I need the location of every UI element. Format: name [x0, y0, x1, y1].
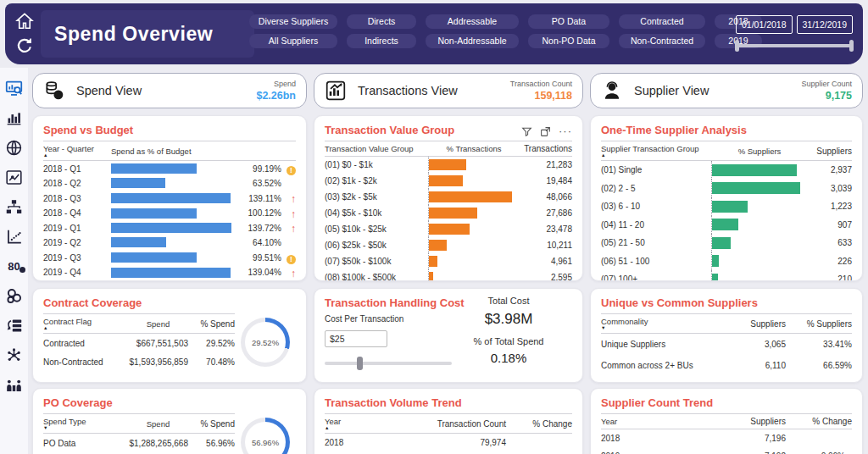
nav-line-chart-icon[interactable]	[5, 169, 23, 186]
column-header[interactable]: % Transactions	[428, 144, 520, 153]
focus-mode-icon[interactable]	[540, 126, 551, 137]
table-row[interactable]: (04) $5k - $10k27,686	[325, 205, 572, 221]
column-header[interactable]: Spend Type	[43, 417, 128, 430]
pct-total-spend-value: 0.18%	[450, 351, 567, 365]
kpi-spend-view[interactable]: $ Spend View Spend $2.26bn	[32, 73, 307, 108]
filter-diverse-suppliers[interactable]: Diverse Suppliers	[249, 14, 337, 29]
filter-addressable[interactable]: Addressable	[426, 14, 519, 29]
table-row[interactable]: Common across 2+ BUs6,11066.59%	[601, 355, 852, 376]
table-row[interactable]: 20197,192-0.06%	[601, 447, 852, 454]
table-row[interactable]: (01) $0 - $1k21,283	[325, 157, 572, 173]
kpi-transactions-view[interactable]: Transactions View Transaction Count 159,…	[314, 73, 583, 108]
table-row[interactable]: 2018 - Q199.19%	[43, 161, 296, 176]
slider-handle-left[interactable]	[735, 40, 739, 52]
nav-dashboard-search-icon[interactable]	[5, 80, 23, 97]
table-row[interactable]: (01) Single2,937	[601, 161, 852, 180]
table-row[interactable]: (05) $10k - $25k23,478	[325, 221, 572, 237]
filter-po-data[interactable]: PO Data	[528, 14, 609, 29]
column-header[interactable]: % Suppliers	[711, 147, 808, 156]
nav-globe-icon[interactable]	[5, 139, 23, 157]
kpi-status-icon	[291, 206, 296, 221]
table-row[interactable]: 2019 - Q4139.04%	[43, 265, 296, 280]
column-header[interactable]: Transaction Count	[411, 419, 506, 429]
column-header[interactable]: % Spend	[188, 319, 235, 329]
column-header[interactable]: Supplier Transaction Group	[601, 144, 711, 158]
table-row[interactable]: 2018 - Q263.52%	[43, 176, 296, 191]
column-header[interactable]: Year	[325, 417, 411, 430]
column-header[interactable]: Spend	[128, 319, 188, 329]
cost-slider[interactable]	[325, 362, 452, 365]
page-nav-sidebar: 80	[0, 68, 28, 454]
bar	[111, 193, 231, 203]
column-header[interactable]: Transaction Value Group	[325, 144, 428, 153]
table-row[interactable]: (02) $1k - $2k19,484	[325, 173, 572, 189]
filter-bar: Diverse Suppliers All Suppliers Directs …	[249, 14, 762, 48]
filter-all-suppliers[interactable]: All Suppliers	[249, 34, 337, 48]
table-row[interactable]: (03) $2k - $5k48,066	[325, 189, 572, 205]
column-header[interactable]: Commonality	[601, 317, 725, 330]
column-header[interactable]: % Change	[786, 417, 852, 426]
nav-hierarchy-icon[interactable]	[5, 198, 23, 216]
filter-directs[interactable]: Directs	[347, 14, 416, 29]
table-row[interactable]: Contracted$667,551,50329.52%	[43, 334, 235, 352]
filter-indirects[interactable]: Indirects	[347, 34, 416, 48]
column-header[interactable]: Spend as % of Budget	[111, 147, 296, 156]
nav-network-icon[interactable]	[5, 346, 23, 364]
table-row[interactable]: 2019 - Q1139.72%	[43, 220, 296, 235]
slider-handle-right[interactable]	[849, 40, 854, 52]
column-header[interactable]: % Spend	[188, 419, 235, 429]
nav-scatter-plot-icon[interactable]	[5, 228, 23, 246]
date-to-input[interactable]: 31/12/2019	[797, 15, 854, 34]
more-options-icon[interactable]: ···	[559, 127, 572, 136]
home-button[interactable]	[15, 12, 34, 30]
date-from-input[interactable]: 01/01/2018	[736, 15, 793, 34]
column-header[interactable]: Suppliers	[708, 417, 786, 426]
table-row[interactable]: (07) 100+210	[601, 270, 852, 281]
bar	[111, 178, 165, 188]
date-range-slider[interactable]	[736, 44, 853, 47]
filter-non-addressable[interactable]: Non-Addressable	[426, 34, 519, 48]
column-header[interactable]: Year	[601, 417, 708, 426]
column-header[interactable]: Year - Quarter	[43, 144, 111, 158]
table-row[interactable]: 201879,974	[325, 434, 572, 451]
bar	[429, 208, 477, 219]
nav-process-flow-icon[interactable]	[5, 317, 23, 335]
table-row[interactable]: (06) 51 - 100226	[601, 252, 852, 271]
cost-per-transaction-input[interactable]	[325, 330, 387, 347]
column-header[interactable]: Spend	[128, 419, 188, 429]
column-header[interactable]: % Suppliers	[786, 319, 852, 329]
column-header[interactable]: Suppliers	[808, 147, 852, 156]
trend-icon	[847, 449, 852, 454]
card-title: Unique vs Common Suppliers	[601, 296, 852, 309]
filter-contracted[interactable]: Contracted	[619, 14, 705, 29]
filter-non-po-data[interactable]: Non-PO Data	[528, 34, 609, 48]
filter-icon[interactable]	[521, 126, 532, 137]
kpi-supplier-view[interactable]: Supplier View Supplier Count 9,175	[590, 73, 863, 108]
table-row[interactable]: PO Data$1,288,265,66856.96%	[43, 434, 235, 452]
slider-handle[interactable]	[357, 357, 363, 370]
table-row[interactable]: (02) 2 - 53,039	[601, 180, 852, 198]
table-row[interactable]: Unique Suppliers3,06533.41%	[601, 334, 852, 355]
table-row[interactable]: (03) 6 - 101,223	[601, 197, 852, 216]
column-header[interactable]: Contract Flag	[43, 317, 128, 330]
column-header[interactable]: Transactions	[520, 144, 572, 153]
nav-collaboration-icon[interactable]	[5, 376, 23, 394]
table-row[interactable]: 2019 - Q264.10%	[43, 235, 296, 251]
table-row[interactable]: Non-Contracted$1,593,956,85970.48%	[43, 352, 235, 371]
table-row[interactable]: 2018 - Q4100.12%	[43, 206, 296, 221]
table-row[interactable]: 2019 - Q399.51%	[43, 250, 296, 265]
column-header[interactable]: Suppliers	[725, 319, 786, 329]
nav-pareto-80-20-icon[interactable]: 80	[5, 257, 23, 275]
table-row[interactable]: (06) $25k - $50k10,211	[325, 237, 572, 253]
nav-bubble-cluster-icon[interactable]	[5, 287, 23, 305]
refresh-button[interactable]	[15, 36, 34, 55]
nav-bar-chart-icon[interactable]	[5, 109, 23, 127]
table-row[interactable]: (08) $100k - $500k2,595	[325, 269, 572, 281]
column-header[interactable]: % Change	[506, 419, 572, 429]
filter-non-contracted[interactable]: Non-Contracted	[619, 34, 705, 48]
table-row[interactable]: 20187,196	[601, 429, 852, 447]
table-row[interactable]: (07) $50k - $100k4,961	[325, 253, 572, 269]
table-row[interactable]: (04) 11 - 20907	[601, 216, 852, 235]
table-row[interactable]: 2018 - Q3139.11%	[43, 191, 296, 206]
table-row[interactable]: (05) 21 - 50633	[601, 234, 852, 252]
